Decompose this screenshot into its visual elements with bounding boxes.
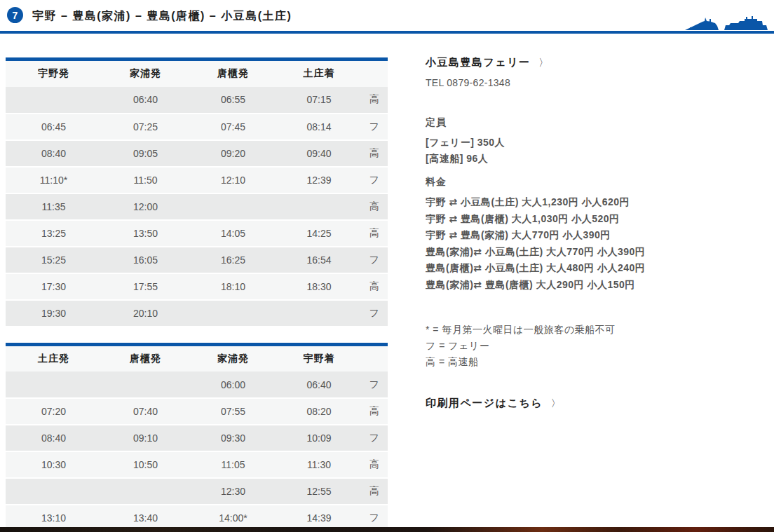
fare-line: 宇野 ⇄ 小豆島(土庄) 大人1,230円 小人620円 xyxy=(426,194,762,211)
time-cell: 11:50 xyxy=(102,167,189,193)
footnote-line: 高 = 高速船 xyxy=(426,354,762,370)
time-cell: 09:30 xyxy=(189,425,277,451)
time-cell: 06:00 xyxy=(189,371,277,398)
time-cell: 08:40 xyxy=(6,140,102,167)
outbound-timetable: 宇野発家浦発唐櫃発土庄着06:4006:5507:15高06:4507:2507… xyxy=(6,57,388,327)
fare-line: 豊島(家浦)⇄ 豊島(唐櫃) 大人290円 小人150円 xyxy=(426,277,762,294)
time-cell: 08:14 xyxy=(277,114,361,140)
time-cell: 10:09 xyxy=(277,425,361,451)
column-header: 唐櫃発 xyxy=(189,60,277,87)
timetable-row: 06:0006:40フ xyxy=(6,371,388,398)
vessel-type-cell: フ xyxy=(361,167,388,193)
time-cell: 11:10* xyxy=(6,167,102,193)
time-cell xyxy=(277,193,361,220)
capacity-line: [高速船] 96人 xyxy=(426,151,762,167)
time-cell: 07:20 xyxy=(6,398,102,425)
timetable-row: 17:3017:5518:1018:30高 xyxy=(6,273,388,300)
time-cell: 12:10 xyxy=(189,167,277,193)
time-cell: 06:40 xyxy=(102,87,189,114)
time-cell: 06:55 xyxy=(189,87,277,114)
time-cell: 09:05 xyxy=(102,140,189,167)
time-cell: 07:55 xyxy=(189,398,277,425)
time-cell: 11:35 xyxy=(6,193,102,220)
column-header xyxy=(361,60,388,87)
timetable-row: 11:3512:00高 xyxy=(6,193,388,220)
fare-list: 宇野 ⇄ 小豆島(土庄) 大人1,230円 小人620円宇野 ⇄ 豊島(唐櫃) … xyxy=(426,194,762,293)
column-header: 土庄発 xyxy=(6,344,102,371)
fare-line: 宇野 ⇄ 豊島(家浦) 大人770円 小人390円 xyxy=(426,227,762,244)
vessel-type-cell: フ xyxy=(361,300,388,327)
vessel-type-cell: 高 xyxy=(361,140,388,167)
timetable-row: 08:4009:1009:3010:09フ xyxy=(6,425,388,451)
time-cell: 06:45 xyxy=(6,114,102,140)
bottom-photo-edge xyxy=(0,527,774,532)
time-cell xyxy=(6,478,102,505)
column-header: 宇野着 xyxy=(277,344,361,371)
timetable-row: 13:2513:5014:0514:25高 xyxy=(6,220,388,247)
time-cell: 16:05 xyxy=(102,247,189,273)
column-header: 家浦発 xyxy=(189,344,277,371)
vessel-type-cell: 高 xyxy=(361,193,388,220)
chevron-right-icon: 〉 xyxy=(551,397,562,409)
ferry-timetable-page: 7 宇野 – 豊島(家浦) – 豊島(唐櫃) – 小豆島(土庄) 宇野発家浦発唐… xyxy=(0,0,774,532)
info-sidebar: 小豆島豊島フェリー 〉 TEL 0879-62-1348 定員 [フェリー] 3… xyxy=(426,56,762,410)
operator-link-label: 小豆島豊島フェリー xyxy=(426,56,531,68)
footnote-line: * = 毎月第一火曜日は一般旅客の乗船不可 xyxy=(426,322,762,338)
column-header: 唐櫃発 xyxy=(102,344,189,371)
fare-line: 豊島(家浦)⇄ 小豆島(土庄) 大人770円 小人390円 xyxy=(426,244,762,261)
vessel-type-cell: 高 xyxy=(361,451,388,478)
phone-number: TEL 0879-62-1348 xyxy=(426,77,762,88)
ferry-ships-icon xyxy=(684,12,768,32)
capacity-list: [フェリー] 350人[高速船] 96人 xyxy=(426,135,762,167)
timetable-row: 15:2516:0516:2516:54フ xyxy=(6,247,388,273)
time-cell: 20:10 xyxy=(102,300,189,327)
route-number-badge: 7 xyxy=(7,7,23,23)
vessel-type-cell: 高 xyxy=(361,478,388,505)
operator-link[interactable]: 小豆島豊島フェリー 〉 xyxy=(426,56,762,69)
time-cell xyxy=(6,87,102,114)
time-cell: 07:45 xyxy=(189,114,277,140)
time-cell: 12:30 xyxy=(189,478,277,505)
timetable-header-row: 土庄発唐櫃発家浦発宇野着 xyxy=(6,344,388,371)
vessel-type-cell: フ xyxy=(361,114,388,140)
time-cell: 13:25 xyxy=(6,220,102,247)
time-cell: 12:55 xyxy=(277,478,361,505)
time-cell: 14:05 xyxy=(189,220,277,247)
time-cell: 07:25 xyxy=(102,114,189,140)
timetable-row: 19:3020:10フ xyxy=(6,300,388,327)
column-header: 土庄着 xyxy=(277,60,361,87)
route-header: 7 宇野 – 豊島(家浦) – 豊島(唐櫃) – 小豆島(土庄) xyxy=(0,0,774,32)
fare-line: 豊島(唐櫃)⇄ 小豆島(土庄) 大人480円 小人240円 xyxy=(426,260,762,277)
time-cell: 12:39 xyxy=(277,167,361,193)
fare-heading: 料金 xyxy=(426,176,762,189)
time-cell: 18:10 xyxy=(189,273,277,300)
time-cell: 15:25 xyxy=(6,247,102,273)
time-cell xyxy=(6,371,102,398)
time-cell: 18:30 xyxy=(277,273,361,300)
vessel-type-cell: 高 xyxy=(361,220,388,247)
fare-line: 宇野 ⇄ 豊島(唐櫃) 大人1,030円 小人520円 xyxy=(426,211,762,228)
timetable-row: 11:10*11:5012:1012:39フ xyxy=(6,167,388,193)
return-timetable: 土庄発唐櫃発家浦発宇野着06:0006:40フ07:2007:4007:5508… xyxy=(6,343,388,532)
vessel-type-cell: フ xyxy=(361,425,388,451)
timetable-row: 12:3012:55高 xyxy=(6,478,388,505)
timetable-row: 07:2007:4007:5508:20高 xyxy=(6,398,388,425)
footnote-line: フ = フェリー xyxy=(426,338,762,354)
time-cell: 11:05 xyxy=(189,451,277,478)
vessel-type-cell: フ xyxy=(361,247,388,273)
column-header xyxy=(361,344,388,371)
time-cell: 10:50 xyxy=(102,451,189,478)
column-header: 宇野発 xyxy=(6,60,102,87)
print-page-link[interactable]: 印刷用ページはこちら 〉 xyxy=(426,397,762,410)
time-cell: 16:54 xyxy=(277,247,361,273)
time-cell: 17:55 xyxy=(102,273,189,300)
timetable-row: 06:4006:5507:15高 xyxy=(6,87,388,114)
vessel-type-cell: 高 xyxy=(361,273,388,300)
timetable-header-row: 宇野発家浦発唐櫃発土庄着 xyxy=(6,60,388,87)
time-cell xyxy=(102,371,189,398)
timetables-column: 宇野発家浦発唐櫃発土庄着06:4006:5507:15高06:4507:2507… xyxy=(6,57,388,532)
time-cell: 09:20 xyxy=(189,140,277,167)
vessel-type-cell: フ xyxy=(361,371,388,398)
time-cell: 08:40 xyxy=(6,425,102,451)
time-cell: 09:10 xyxy=(102,425,189,451)
